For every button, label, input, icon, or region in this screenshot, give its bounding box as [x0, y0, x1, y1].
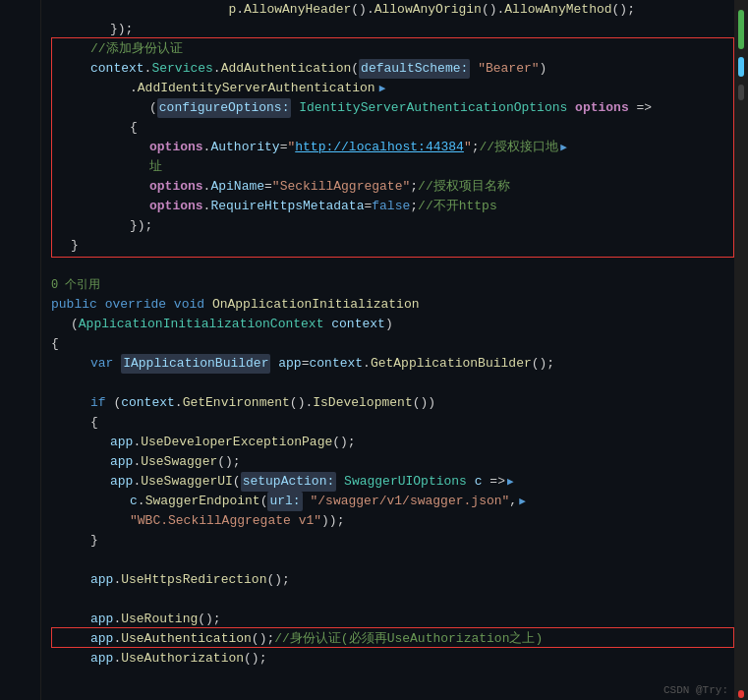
code-line: {: [51, 334, 748, 354]
code-line: app.UseRouting();: [51, 610, 748, 629]
watermark: CSDN @Try:: [663, 684, 728, 696]
code-content: p.AllowAnyHeader().AllowAnyOrigin().Allo…: [0, 0, 748, 700]
code-line: {: [51, 413, 748, 433]
code-line: options.RequireHttpsMetadata = false; //…: [51, 197, 748, 216]
code-lines: p.AllowAnyHeader().AllowAnyOrigin().Allo…: [41, 0, 748, 700]
code-line: app.UseSwagger();: [51, 452, 748, 472]
code-line: (ApplicationInitializationContext contex…: [51, 315, 748, 334]
code-line: app.UseDeveloperExceptionPage();: [51, 433, 748, 452]
code-editor: p.AllowAnyHeader().AllowAnyOrigin().Allo…: [0, 0, 748, 700]
code-line: p.AllowAnyHeader().AllowAnyOrigin().Allo…: [51, 0, 748, 20]
code-line: [51, 551, 748, 570]
code-line: [51, 590, 748, 610]
code-line: }: [51, 531, 748, 551]
code-line: {: [51, 118, 748, 138]
code-line: [51, 256, 748, 275]
code-line: app.UseHttpsRedirection();: [51, 570, 748, 590]
code-line: }: [51, 236, 748, 256]
scrollbar-thumb-gray: [738, 85, 744, 100]
code-line: });: [51, 20, 748, 39]
code-line: options.Authority = "http://localhost:44…: [51, 138, 748, 157]
code-line: 0 个引用: [51, 275, 748, 295]
code-line: [51, 374, 748, 393]
scrollbar-thumb-green: [738, 10, 744, 49]
code-line: app.UseAuthentication(); //身份认证(必须再UseAu…: [51, 629, 748, 649]
code-line: "WBC.SeckillAggregate v1"));: [51, 511, 748, 531]
code-line: context.Services.AddAuthentication(defau…: [51, 59, 748, 79]
code-line: //添加身份认证: [51, 39, 748, 59]
code-line: if (context.GetEnvironment().IsDevelopme…: [51, 393, 748, 413]
scrollbar-thumb-red: [738, 690, 744, 698]
code-line: var IApplicationBuilder app = context.Ge…: [51, 354, 748, 374]
code-line: });: [51, 216, 748, 236]
code-line: app.UseAuthorization();: [51, 649, 748, 669]
code-line: (configureOptions: IdentityServerAuthent…: [51, 98, 748, 118]
code-line: options.ApiName = "SeckillAggregate"; //…: [51, 177, 748, 197]
code-line: .AddIdentityServerAuthentication ▶: [51, 79, 748, 98]
code-line: c.SwaggerEndpoint(url: "/swagger/v1/swag…: [51, 492, 748, 511]
line-numbers: [0, 0, 41, 700]
scrollbar[interactable]: [734, 0, 748, 700]
code-line: 址: [51, 157, 748, 177]
code-line: public override void OnApplicationInitia…: [51, 295, 748, 315]
code-line: app.UseSwaggerUI(setupAction: SwaggerUIO…: [51, 472, 748, 492]
scrollbar-thumb-blue: [738, 57, 744, 77]
